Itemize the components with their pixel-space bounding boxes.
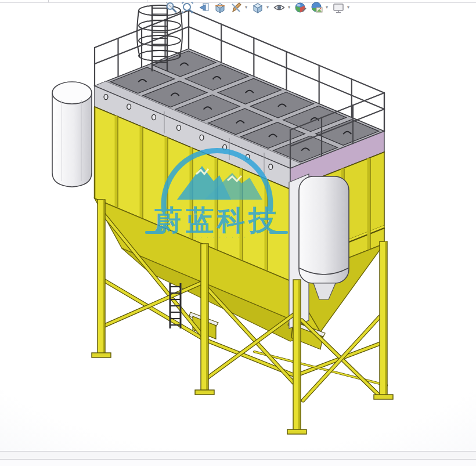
watermark-dash bbox=[269, 231, 288, 234]
toolbar-divider bbox=[48, 0, 49, 2]
previous-view-icon[interactable] bbox=[197, 1, 210, 14]
toolbar-divider bbox=[147, 0, 147, 2]
model-canvas[interactable]: 蔚蓝科技 · · · · · · · · · · bbox=[0, 0, 476, 466]
display-style-icon[interactable] bbox=[251, 1, 264, 14]
zoom-to-area-icon[interactable] bbox=[181, 1, 194, 14]
section-view-icon[interactable] bbox=[214, 1, 226, 14]
heads-up-view-toolbar: ▾ ▾ ▾ ▾ bbox=[165, 1, 354, 14]
dropdown-caret[interactable]: ▾ bbox=[288, 5, 290, 10]
horizontal-scrollbar[interactable] bbox=[0, 451, 476, 459]
zoom-to-fit-icon[interactable] bbox=[165, 1, 178, 14]
hide-show-items-icon[interactable] bbox=[273, 1, 286, 14]
graphics-viewport[interactable]: 蔚蓝科技 · · · · · · · · · · bbox=[0, 0, 476, 466]
watermark-brand-text: 蔚蓝科技 bbox=[154, 204, 280, 236]
dropdown-caret[interactable]: ▾ bbox=[347, 5, 349, 10]
edit-appearance-icon[interactable] bbox=[294, 1, 307, 14]
air-tank-left[interactable] bbox=[52, 82, 92, 187]
dropdown-caret[interactable]: ▾ bbox=[326, 5, 328, 10]
apply-scene-icon[interactable] bbox=[311, 1, 323, 14]
watermark-dash bbox=[145, 231, 164, 234]
dropdown-caret[interactable]: ▾ bbox=[266, 5, 269, 10]
status-bar bbox=[0, 459, 476, 466]
annotation-tools-icon[interactable] bbox=[230, 1, 243, 14]
watermark-url-dots: · · · · · · · · · · bbox=[187, 233, 247, 240]
dropdown-caret[interactable]: ▾ bbox=[245, 5, 247, 10]
view-settings-icon[interactable] bbox=[332, 1, 345, 14]
